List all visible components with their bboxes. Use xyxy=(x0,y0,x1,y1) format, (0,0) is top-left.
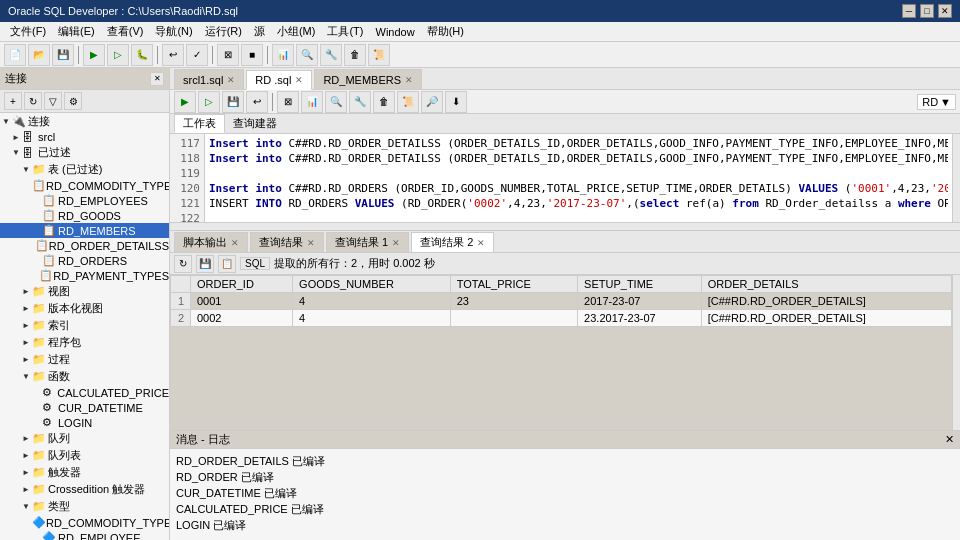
code-line[interactable]: INSERT INTO RD_ORDERS VALUES (RD_ORDER('… xyxy=(209,196,948,211)
menu-item[interactable]: 编辑(E) xyxy=(52,22,101,41)
save-results-btn[interactable]: 💾 xyxy=(196,255,214,273)
explain-button[interactable]: 🔍 xyxy=(296,44,318,66)
run-script-button[interactable]: ▷ xyxy=(107,44,129,66)
code-line[interactable]: Insert into C##RD.RD_ORDER_DETAILSS (ORD… xyxy=(209,136,948,151)
results-scrollbar-v[interactable] xyxy=(952,275,960,430)
clear-button[interactable]: 🗑 xyxy=(344,44,366,66)
menu-item[interactable]: Window xyxy=(370,24,421,40)
copy-results-btn[interactable]: 📋 xyxy=(218,255,236,273)
auto-trace-button[interactable]: 📊 xyxy=(272,44,294,66)
tree-item-crossedition----[interactable]: ► 📁 Crossedition 触发器 xyxy=(0,481,169,498)
tree-item----[interactable]: ► 📁 触发器 xyxy=(0,464,169,481)
tree-item---[interactable]: ► 📁 过程 xyxy=(0,351,169,368)
cancel-btn2[interactable]: ⊠ xyxy=(277,91,299,113)
filter-btn[interactable]: ▽ xyxy=(44,92,62,110)
tree-item---[interactable]: ▼ 📁 函数 xyxy=(0,368,169,385)
tree-item-calculated-price[interactable]: ⚙ CALCULATED_PRICE xyxy=(0,385,169,400)
editor-subtab-1[interactable]: 查询建器 xyxy=(225,115,285,132)
messages-close-btn[interactable]: ✕ xyxy=(945,433,954,446)
rollback-btn2[interactable]: ↩ xyxy=(246,91,268,113)
menu-item[interactable]: 查看(V) xyxy=(101,22,150,41)
results-tab-查询结果-1[interactable]: 查询结果 1✕ xyxy=(326,232,409,252)
download-btn[interactable]: ⬇ xyxy=(445,91,467,113)
maximize-button[interactable]: □ xyxy=(920,4,934,18)
tree-item----[interactable]: ▼ 🗄 已过述 xyxy=(0,144,169,161)
refresh-btn[interactable]: ↻ xyxy=(24,92,42,110)
tree-item------[interactable]: ► 📁 版本化视图 xyxy=(0,300,169,317)
run-button[interactable]: ▶ xyxy=(83,44,105,66)
code-line[interactable]: Insert into C##RD.RD_ORDER_DETAILSS (ORD… xyxy=(209,151,948,166)
tree-item-srcl[interactable]: ► 🗄 srcl xyxy=(0,130,169,144)
new-connection-btn[interactable]: + xyxy=(4,92,22,110)
tree-item----[interactable]: ► 📁 队列表 xyxy=(0,447,169,464)
history-button[interactable]: 📜 xyxy=(368,44,390,66)
stop-button[interactable]: ■ xyxy=(241,44,263,66)
table-row[interactable]: 20002423.2017-23-07[C##RD.RD_ORDER_DETAI… xyxy=(171,310,952,327)
menu-item[interactable]: 源 xyxy=(248,22,271,41)
file-tab-srcl1.sql[interactable]: srcl1.sql✕ xyxy=(174,69,244,89)
tree-item-login[interactable]: ⚙ LOGIN xyxy=(0,415,169,430)
tree-item---[interactable]: ▼ 📁 类型 xyxy=(0,498,169,515)
zoom-btn[interactable]: 🔎 xyxy=(421,91,443,113)
results-tab-查询结果[interactable]: 查询结果✕ xyxy=(250,232,324,252)
menu-item[interactable]: 导航(N) xyxy=(149,22,198,41)
connection-dropdown[interactable]: RD ▼ xyxy=(917,94,956,110)
tree-item-rd-commodity-type[interactable]: 🔷 RD_COMMODITY_TYPE xyxy=(0,515,169,530)
properties-btn[interactable]: ⚙ xyxy=(64,92,82,110)
editor-scrollbar-v[interactable] xyxy=(952,134,960,222)
results-scroll[interactable]: ORDER_IDGOODS_NUMBERTOTAL_PRICESETUP_TIM… xyxy=(170,275,952,430)
close-button[interactable]: ✕ xyxy=(938,4,952,18)
tree-item-rd-payment-types[interactable]: 📋 RD_PAYMENT_TYPES xyxy=(0,268,169,283)
rtab-close-icon[interactable]: ✕ xyxy=(307,238,315,248)
cancel-button[interactable]: ⊠ xyxy=(217,44,239,66)
menu-item[interactable]: 帮助(H) xyxy=(421,22,470,41)
rtab-close-icon[interactable]: ✕ xyxy=(231,238,239,248)
refresh-results-btn[interactable]: ↻ xyxy=(174,255,192,273)
editor-scrollbar-h[interactable] xyxy=(170,222,960,230)
open-button[interactable]: 📂 xyxy=(28,44,50,66)
commit-btn2[interactable]: 💾 xyxy=(222,91,244,113)
rtab-close-icon[interactable]: ✕ xyxy=(477,238,485,248)
format-btn2[interactable]: 🔧 xyxy=(349,91,371,113)
menu-item[interactable]: 工具(T) xyxy=(321,22,369,41)
tree-item-rd-order-detailss[interactable]: 📋 RD_ORDER_DETAILSS xyxy=(0,238,169,253)
tree-item-rd-goods[interactable]: 📋 RD_GOODS xyxy=(0,208,169,223)
tab-close-icon[interactable]: ✕ xyxy=(405,75,413,85)
tree-item----[interactable]: ► 📁 程序包 xyxy=(0,334,169,351)
new-file-button[interactable]: 📄 xyxy=(4,44,26,66)
history-btn2[interactable]: 📜 xyxy=(397,91,419,113)
save-button[interactable]: 💾 xyxy=(52,44,74,66)
clear-btn2[interactable]: 🗑 xyxy=(373,91,395,113)
sidebar-close-btn[interactable]: ✕ xyxy=(150,72,164,86)
tree-item-rd-commodity-types[interactable]: 📋 RD_COMMODITY_TYPES xyxy=(0,178,169,193)
file-tab-RD_MEMBERS[interactable]: RD_MEMBERS✕ xyxy=(314,69,422,89)
results-tab-查询结果-2[interactable]: 查询结果 2✕ xyxy=(411,232,494,252)
tree-item--------[interactable]: ▼ 📁 表 (已过述) xyxy=(0,161,169,178)
tree-item-rd-employee[interactable]: 🔷 RD_EMPLOYEE xyxy=(0,530,169,540)
tab-close-icon[interactable]: ✕ xyxy=(227,75,235,85)
tree-item-rd-members[interactable]: 📋 RD_MEMBERS xyxy=(0,223,169,238)
minimize-button[interactable]: ─ xyxy=(902,4,916,18)
code-line[interactable] xyxy=(209,211,948,222)
code-line[interactable]: Insert into C##RD.RD_ORDERS (ORDER_ID,GO… xyxy=(209,181,948,196)
file-tab-RD-.sql[interactable]: RD .sql✕ xyxy=(246,70,312,90)
tree-item-rd-employees[interactable]: 📋 RD_EMPLOYEES xyxy=(0,193,169,208)
tree-item---[interactable]: ► 📁 队列 xyxy=(0,430,169,447)
tab-close-icon[interactable]: ✕ xyxy=(295,75,303,85)
run-script-btn2[interactable]: ▷ xyxy=(198,91,220,113)
menu-item[interactable]: 小组(M) xyxy=(271,22,322,41)
editor-subtab-0[interactable]: 工作表 xyxy=(174,114,225,133)
rollback-button[interactable]: ↩ xyxy=(162,44,184,66)
code-area[interactable]: Insert into C##RD.RD_ORDER_DETAILSS (ORD… xyxy=(205,134,952,222)
tree-item---[interactable]: ► 📁 视图 xyxy=(0,283,169,300)
rtab-close-icon[interactable]: ✕ xyxy=(392,238,400,248)
commit-button[interactable]: ✓ xyxy=(186,44,208,66)
tree-item-rd-orders[interactable]: 📋 RD_ORDERS xyxy=(0,253,169,268)
format-button[interactable]: 🔧 xyxy=(320,44,342,66)
run-statement-btn[interactable]: ▶ xyxy=(174,91,196,113)
tree-item---[interactable]: ▼ 🔌 连接 xyxy=(0,113,169,130)
results-tab-脚本输出[interactable]: 脚本输出✕ xyxy=(174,232,248,252)
autotrace-btn[interactable]: 📊 xyxy=(301,91,323,113)
tree-item---[interactable]: ► 📁 索引 xyxy=(0,317,169,334)
menu-item[interactable]: 运行(R) xyxy=(199,22,248,41)
